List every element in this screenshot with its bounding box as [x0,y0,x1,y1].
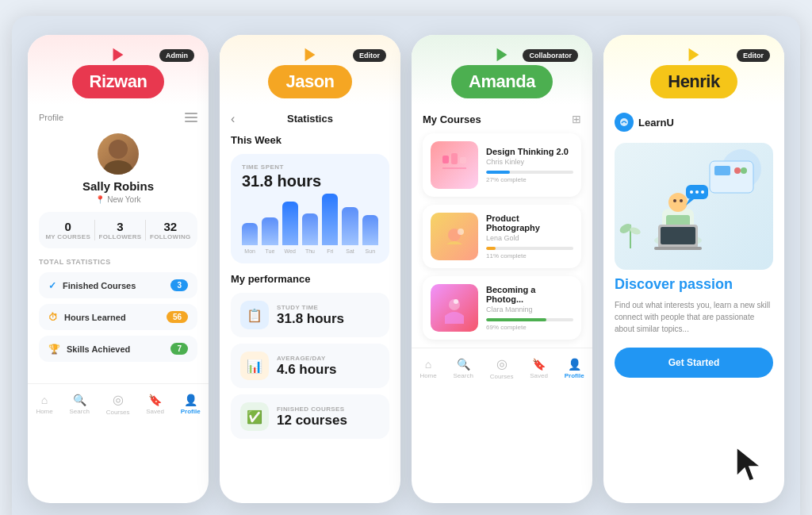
chart-icon: 📊 [240,352,269,380]
section-title-stats: TOTAL STATISTICS [39,258,197,266]
svg-point-14 [620,118,628,126]
bar-sun [362,215,378,245]
svg-rect-5 [442,156,449,163]
learnu-logo [615,113,634,132]
perf-study-time: 📋 STUDY TIME 31.8 hours [231,293,389,337]
name-pill-henrik: Henrik [650,65,737,98]
svg-point-34 [690,190,693,194]
svg-point-27 [673,199,676,202]
play-icon-4 [685,46,703,67]
bar-col: Wed [282,202,298,254]
nav-home-label: Home [419,372,436,379]
bar-thu [302,213,318,245]
svg-point-26 [668,193,688,212]
progress-bar [486,318,573,321]
bar-col: Tue [262,217,278,254]
progress-fill [486,247,496,250]
svg-point-1 [109,140,128,159]
bar-col: Sat [342,207,358,254]
list-item: 🏆 Skills Achieved 7 [39,336,197,362]
back-button[interactable]: ‹ [231,112,235,126]
svg-rect-25 [654,247,702,250]
nav-profile-label: Profile [565,372,584,379]
nav-saved-label: Saved [146,408,164,415]
bottom-nav-courses: ⌂ Home 🔍 Search ◎ Courses 🔖 Saved 👤 Prof… [412,348,592,386]
svg-point-35 [695,190,699,194]
trophy-icon: 🏆 [48,344,60,355]
study-icon: 📋 [240,301,269,329]
nav-search-label: Search [70,408,90,415]
svg-point-12 [454,299,458,304]
svg-rect-17 [714,166,730,175]
stats-header-row: ‹ Statistics [220,105,400,128]
app-screenshot: Admin Rizwan Profile Sally Robins 📍 New … [12,16,800,515]
svg-rect-6 [451,153,458,164]
nav-courses[interactable]: ◎ Courses [490,356,514,380]
menu-icon[interactable] [185,113,197,122]
nav-search[interactable]: 🔍 Search [454,358,473,379]
svg-point-10 [458,229,464,235]
nav-courses-label: Courses [106,409,130,416]
course-thumb-1 [431,141,478,189]
nav-profile[interactable]: 👤 Profile [181,394,201,415]
time-label: TIME SPENT [242,163,378,171]
progress-bar [486,247,573,250]
bottom-nav: ⌂ Home 🔍 Search ◎ Courses 🔖 Saved 👤 Prof… [28,383,209,422]
bookmark-icon: 🔖 [532,358,546,371]
play-icon-3 [493,46,511,67]
profile-label: Profile [39,113,63,122]
home-icon: ⌂ [425,358,431,371]
courses-header-title: My Courses [423,113,481,125]
role-badge-admin: Admin [159,49,194,62]
profile-icon: 👤 [184,394,197,406]
course-card-2[interactable]: Product Photography Lena Gold 11% comple… [423,205,581,268]
phone-courses: Collaborator Amanda My Courses ⊞ Design … [412,35,592,503]
svg-point-19 [741,167,747,174]
courses-icon: ◎ [496,356,508,371]
phone-learnu: Editor Henrik LearnU [603,35,784,503]
perf-finished: ✅ FINISHED COURSES 12 courses [231,394,389,439]
profile-header: Profile [28,105,209,127]
svg-marker-13 [689,48,699,62]
search-icon: 🔍 [457,358,470,371]
course-card-1[interactable]: Design Thinking 2.0 Chris Kinley 27% com… [423,133,581,197]
get-started-button[interactable]: Get Started [615,348,773,378]
learnu-header: LearnU [603,105,784,136]
svg-point-18 [734,167,741,174]
stat-following: 32 FOLLOWING [150,220,191,240]
svg-marker-37 [737,448,760,481]
user-location: 📍 New York [39,195,197,204]
play-icon-1 [109,46,127,67]
profile-icon: 👤 [568,358,581,371]
check-icon: ✓ [48,280,56,291]
nav-saved[interactable]: 🔖 Saved [530,358,548,379]
stats-row: 0 MY COURSES 3 FOLLOWERS 32 FOLLOWING [39,212,197,248]
phone-profile: Admin Rizwan Profile Sally Robins 📍 New … [28,35,209,503]
svg-rect-7 [460,157,466,163]
time-value: 31.8 hours [242,172,378,190]
check-circle-icon: ✅ [240,402,269,431]
nav-profile-label: Profile [181,408,201,415]
bar-wed [282,202,298,245]
nav-courses[interactable]: ◎ Courses [106,392,130,416]
nav-home[interactable]: ⌂ Home [419,358,436,379]
stat-followers: 3 FOLLOWERS [99,220,142,240]
search-icon: 🔍 [73,394,86,406]
nav-search[interactable]: 🔍 Search [70,394,90,415]
bar-mon [242,223,258,245]
name-pill-jason: Jason [268,65,351,98]
list-item: ✓ Finished Courses 3 [39,272,197,298]
grid-icon[interactable]: ⊞ [572,113,581,125]
course-card-3[interactable]: Becoming a Photog... Clara Manning 69% c… [423,276,581,340]
bar-col: Fri [322,194,338,254]
cursor-arrow [733,444,765,487]
progress-fill [486,171,510,174]
progress-fill [486,318,546,321]
nav-saved[interactable]: 🔖 Saved [146,394,164,415]
nav-home[interactable]: ⌂ Home [36,394,52,415]
discover-desc: Find out what interests you, learn a new… [615,299,773,335]
name-pill-rizwan: Rizwan [72,65,165,98]
nav-profile[interactable]: 👤 Profile [565,358,584,379]
bar-col: Mon [242,223,258,254]
svg-marker-0 [113,48,124,62]
